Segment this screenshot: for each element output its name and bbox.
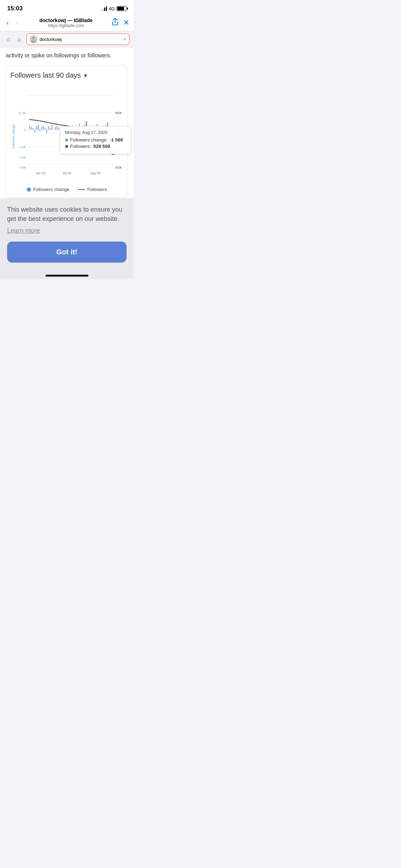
svg-rect-27 xyxy=(43,126,44,130)
svg-rect-25 xyxy=(40,129,41,131)
svg-rect-34 xyxy=(57,126,58,130)
svg-text:Aug '20: Aug '20 xyxy=(90,171,101,175)
svg-text:-4.8k: -4.8k xyxy=(19,166,26,170)
legend-followers: Followers xyxy=(78,187,107,192)
svg-text:Followers change: Followers change xyxy=(12,124,15,149)
chart-wrapper: +1.6k 0 -1.6k -3.2k -4.8k 960k 950k 940k… xyxy=(10,85,123,182)
page-url: https://igblade.com xyxy=(23,23,109,28)
share-button[interactable] xyxy=(112,18,119,27)
svg-point-0 xyxy=(32,37,35,40)
svg-text:Jun '20: Jun '20 xyxy=(36,171,46,175)
battery-fill xyxy=(117,7,124,10)
tooltip-followers-label: Followers: xyxy=(70,144,91,149)
network-type: 4G xyxy=(109,6,115,11)
status-icons: 4G xyxy=(101,6,127,11)
tooltip-followers-value: 928 508 xyxy=(93,144,110,149)
legend-change-label: Followers change xyxy=(33,187,70,192)
page-title: doctorkowj — IGBlade xyxy=(23,17,109,23)
svg-rect-24 xyxy=(38,125,39,130)
signal-bars-icon xyxy=(101,6,107,11)
svg-text:-3.2k: -3.2k xyxy=(19,156,26,159)
svg-rect-32 xyxy=(51,124,52,130)
active-tab[interactable]: doctorkowj × xyxy=(26,33,129,45)
svg-rect-29 xyxy=(46,130,47,133)
cookie-text: This website uses cookies to ensure you … xyxy=(7,205,127,223)
chart-card: Followers last 90 days ▼ +1.6k 0 -1.6k -… xyxy=(6,65,128,198)
svg-rect-22 xyxy=(34,130,35,133)
battery-icon xyxy=(117,6,127,11)
chart-title-row: Followers last 90 days ▼ xyxy=(10,71,123,79)
legend-followers-line xyxy=(78,189,85,190)
tooltip-followers-row: Followers: 928 508 xyxy=(65,144,126,149)
tab-label: doctorkowj xyxy=(40,37,121,42)
nav-actions: ✕ xyxy=(112,18,129,27)
search-tab-icon[interactable]: ⌕ xyxy=(15,34,24,45)
chart-dropdown-icon[interactable]: ▼ xyxy=(83,73,88,78)
svg-rect-30 xyxy=(48,126,49,130)
chart-tooltip: Monday, Aug 17, 2020 Followers change: -… xyxy=(60,126,131,154)
chart-title: Followers last 90 days xyxy=(10,71,81,79)
svg-rect-21 xyxy=(32,128,34,130)
tooltip-change-value: -1 568 xyxy=(110,137,123,143)
svg-rect-26 xyxy=(41,127,42,130)
legend-followers-label: Followers xyxy=(87,187,107,192)
svg-rect-23 xyxy=(36,126,37,130)
close-tab-button[interactable]: ✕ xyxy=(123,18,129,27)
svg-rect-33 xyxy=(55,127,56,130)
svg-rect-20 xyxy=(31,127,32,130)
tooltip-date: Monday, Aug 17, 2020 xyxy=(65,130,126,135)
svg-rect-28 xyxy=(45,128,46,130)
tab-bar: ⌂ ⌕ doctorkowj × xyxy=(0,31,134,47)
cookie-banner: This website uses cookies to ensure you … xyxy=(0,198,134,271)
browser-navigation: ‹ › doctorkowj — IGBlade https://igblade… xyxy=(0,14,134,31)
tooltip-change-dot xyxy=(65,139,68,141)
status-time: 15:03 xyxy=(7,5,22,12)
legend-change-dot xyxy=(27,187,31,192)
tab-avatar xyxy=(30,35,37,43)
back-button[interactable]: ‹ xyxy=(4,17,11,28)
home-bar xyxy=(46,275,88,277)
svg-rect-35 xyxy=(58,128,59,130)
home-indicator xyxy=(0,271,134,279)
tab-close-button[interactable]: × xyxy=(123,36,126,42)
svg-text:960k: 960k xyxy=(115,111,122,115)
svg-rect-19 xyxy=(29,126,30,130)
forward-button[interactable]: › xyxy=(14,17,21,28)
page-content: activity or spike on followings or follo… xyxy=(0,47,134,198)
tooltip-change-label: Followers change: xyxy=(70,137,108,143)
status-bar: 15:03 4G xyxy=(0,0,134,14)
legend-change: Followers change xyxy=(27,187,70,192)
url-area: doctorkowj — IGBlade https://igblade.com xyxy=(23,17,109,28)
svg-text:Jul '20: Jul '20 xyxy=(62,171,71,175)
svg-text:920k: 920k xyxy=(115,166,122,170)
home-tab-icon[interactable]: ⌂ xyxy=(4,34,12,45)
tooltip-followers-dot xyxy=(65,145,68,148)
learn-more-link[interactable]: Learn more xyxy=(7,227,127,234)
tooltip-change-row: Followers change: -1 568 xyxy=(65,137,126,143)
svg-rect-31 xyxy=(50,128,51,130)
chart-legend: Followers change Followers xyxy=(10,187,123,192)
svg-text:+1.6k: +1.6k xyxy=(18,111,26,115)
intro-text: activity or spike on followings or follo… xyxy=(6,52,128,60)
svg-text:-1.6k: -1.6k xyxy=(19,145,26,149)
svg-text:0: 0 xyxy=(24,128,26,132)
svg-point-1 xyxy=(31,40,36,43)
got-it-button[interactable]: Got it! xyxy=(7,242,127,263)
